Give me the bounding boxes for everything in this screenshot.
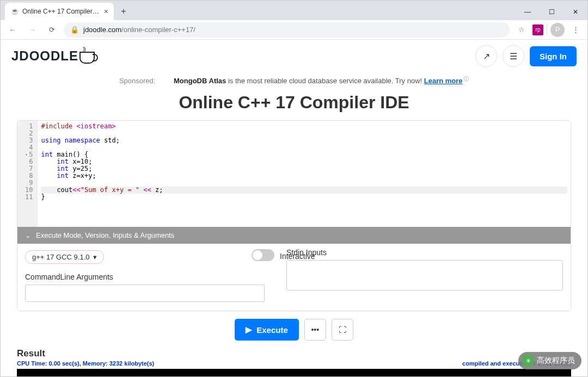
chevron-down-icon: ⌄ [25, 232, 30, 239]
chevron-down-icon: ▾ [93, 253, 97, 261]
url-domain: jdoodle.com [83, 26, 121, 34]
exec-controls: g++ 17 GCC 9.1.0 ▾ Interactive CommandLi… [17, 244, 571, 311]
cup-icon: )) [79, 52, 95, 64]
menu-button[interactable]: ☰ [503, 45, 524, 67]
nav-forward-button[interactable]: → [24, 22, 40, 38]
fullscreen-icon: ⛶ [339, 325, 346, 334]
ide-panel: 1234567891011 #include <iostream> using … [17, 120, 571, 311]
sponsored-brand: MongoDB Atlas [174, 77, 226, 85]
code-editor[interactable]: 1234567891011 #include <iostream> using … [17, 121, 571, 227]
code-area[interactable]: #include <iostream> using namespace std;… [38, 121, 571, 227]
exec-mode-label: Execute Mode, Version, Inputs & Argument… [36, 231, 174, 239]
site-logo[interactable]: JDOODLE )) [11, 48, 95, 64]
cpu-memory-stats: CPU Time: 0.00 sec(s), Memory: 3232 kilo… [17, 360, 154, 367]
share-button[interactable]: ↗ [475, 45, 497, 67]
window-close-button[interactable]: ✕ [564, 4, 587, 20]
cmdline-input[interactable] [25, 285, 265, 302]
more-options-button[interactable]: ••• [304, 319, 326, 341]
sponsored-text: is the most reliable cloud database serv… [226, 77, 424, 85]
window-maximize-button[interactable]: ☐ [540, 4, 564, 20]
watermark: ✳ 高效程序员 [518, 352, 581, 369]
page-content: JDOODLE )) ↗ ☰ Sign In Sponsored: MongoD… [1, 40, 587, 376]
result-section: Result CPU Time: 0.00 sec(s), Memory: 32… [17, 348, 571, 376]
line-gutter: 1234567891011 [17, 121, 38, 227]
fullscreen-button[interactable]: ⛶ [332, 319, 353, 341]
output-terminal: Sum of x+y = 35 [17, 369, 571, 376]
address-bar[interactable]: 🔒 jdoodle.com/online-compiler-c++17/ [64, 22, 510, 38]
nav-back-button[interactable]: ← [5, 22, 20, 38]
new-tab-button[interactable]: + [116, 4, 131, 19]
browser-tab[interactable]: ☕ Online C++ 17 Compiler - Onl × [5, 3, 114, 20]
stdin-label: Stdin Inputs [286, 248, 563, 257]
page-title: Online C++ 17 Compiler IDE [1, 92, 587, 113]
hamburger-icon: ☰ [510, 51, 517, 61]
site-header: JDOODLE )) ↗ ☰ Sign In [1, 40, 587, 72]
tab-title: Online C++ 17 Compiler - Onl [22, 8, 101, 15]
window-minimize-button[interactable]: — [516, 4, 540, 20]
wechat-icon: ✳ [523, 355, 534, 366]
nav-reload-button[interactable]: ⟳ [44, 22, 59, 38]
browser-titlebar: ☕ Online C++ 17 Compiler - Onl × + — ☐ ✕ [1, 1, 587, 20]
tab-close-icon[interactable]: × [104, 7, 108, 16]
extension-icon[interactable]: rp [532, 24, 543, 35]
sponsored-link[interactable]: Learn more [424, 77, 463, 85]
share-icon: ↗ [483, 51, 490, 61]
result-title: Result [17, 348, 571, 359]
profile-avatar[interactable]: P [550, 23, 565, 37]
browser-toolbar: ← → ⟳ 🔒 jdoodle.com/online-compiler-c++1… [1, 20, 587, 40]
lock-icon: 🔒 [70, 26, 79, 34]
execute-button[interactable]: ▶ Execute [235, 319, 299, 341]
favicon-icon: ☕ [10, 7, 19, 16]
bookmark-star-icon[interactable]: ☆ [514, 22, 529, 38]
action-bar: ▶ Execute ••• ⛶ [1, 319, 587, 341]
dots-icon: ••• [311, 325, 319, 334]
sponsored-banner: Sponsored: MongoDB Atlas is the most rel… [1, 72, 587, 88]
url-path: /online-compiler-c++17/ [121, 26, 195, 34]
info-icon[interactable]: ⓘ [463, 76, 469, 82]
stdin-input[interactable] [286, 260, 563, 291]
compiler-version-select[interactable]: g++ 17 GCC 9.1.0 ▾ [25, 250, 104, 264]
browser-menu-button[interactable]: ⋮ [568, 22, 583, 38]
divider [547, 24, 547, 35]
exec-mode-header[interactable]: ⌄ Execute Mode, Version, Inputs & Argume… [17, 227, 571, 244]
sponsored-label: Sponsored: [119, 77, 156, 85]
cmdline-label: CommandLine Arguments [25, 273, 265, 281]
signin-button[interactable]: Sign In [530, 46, 577, 66]
play-icon: ▶ [246, 325, 252, 335]
interactive-toggle[interactable] [252, 249, 274, 261]
interactive-label: Interactive [280, 252, 315, 261]
